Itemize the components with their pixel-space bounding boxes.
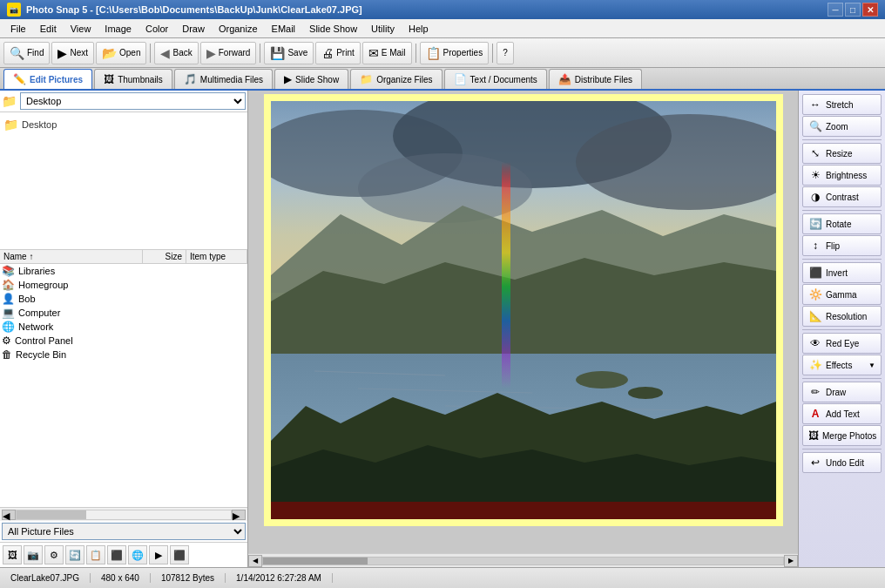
scroll-right-btn[interactable]: ▶	[232, 510, 246, 520]
gamma-icon: 🔆	[808, 288, 822, 301]
menu-draw[interactable]: Draw	[175, 22, 212, 36]
rotate-button[interactable]: 🔄 Rotate	[802, 213, 882, 234]
lt-btn-8[interactable]: ▶	[149, 545, 168, 564]
tab-multimedia[interactable]: 🎵Multimedia Files	[174, 69, 273, 89]
menu-help[interactable]: Help	[402, 22, 436, 36]
tree-item-homegroup[interactable]: 🏠Homegroup	[0, 278, 247, 292]
stretch-button[interactable]: ↔ Stretch	[802, 94, 882, 115]
tab-text[interactable]: 📄Text / Documents	[444, 69, 547, 89]
tree-item-network[interactable]: 🌐Network	[0, 320, 247, 334]
lt-btn-3[interactable]: ⚙	[44, 545, 64, 564]
undoedit-button[interactable]: ↩ Undo Edit	[802, 452, 882, 473]
status-filename: ClearLake07.JPG	[7, 573, 91, 583]
left-panel: 📁 Desktop My Documents My Computer 📁 Des…	[0, 91, 248, 567]
print-button[interactable]: 🖨Print	[315, 42, 361, 64]
left-toolbar: 🖼 📷 ⚙ 🔄 📋 ⬛ 🌐 ▶ ⬛	[0, 542, 247, 567]
image-scrollbar-h[interactable]: ◀ ▶	[248, 553, 798, 567]
tab-thumbnails[interactable]: 🖼Thumbnails	[94, 69, 172, 89]
next-button[interactable]: ▶Next	[51, 42, 94, 64]
tree-item-bob[interactable]: 👤Bob	[0, 292, 247, 306]
svg-point-10	[628, 387, 663, 399]
lt-btn-2[interactable]: 📷	[24, 545, 43, 564]
lt-btn-4[interactable]: 🔄	[65, 545, 84, 564]
toolbar: 🔍Find ▶Next 📂Open ◀Back ▶Forward 💾Save 🖨…	[0, 38, 885, 68]
column-header-name[interactable]: Name ↑	[0, 250, 143, 263]
contrast-button[interactable]: ◑ Contrast	[802, 186, 882, 207]
find-button[interactable]: 🔍Find	[3, 42, 50, 64]
toolbar-separator-3	[415, 44, 416, 63]
file-list: 📚Libraries 🏠Homegroup 👤Bob 💻Computer 🌐Ne…	[0, 264, 247, 507]
menu-edit[interactable]: Edit	[33, 22, 64, 36]
tree-item-libraries[interactable]: 📚Libraries	[0, 264, 247, 278]
lt-btn-5[interactable]: 📋	[86, 545, 105, 564]
forward-button[interactable]: ▶Forward	[200, 42, 257, 64]
center-panel: ◀ ▶	[248, 91, 798, 567]
zoom-button[interactable]: 🔍 Zoom	[802, 116, 882, 137]
tree-item-computer[interactable]: 💻Computer	[0, 306, 247, 320]
left-scrollbar[interactable]: ◀ ▶	[0, 507, 247, 521]
folder-dropdown[interactable]: Desktop My Documents My Computer	[20, 92, 246, 110]
addtext-button[interactable]: A Add Text	[802, 403, 882, 424]
svg-point-9	[576, 371, 628, 389]
gamma-button[interactable]: 🔆 Gamma	[802, 284, 882, 305]
redeye-button[interactable]: 👁 Red Eye	[802, 333, 882, 354]
img-scroll-left[interactable]: ◀	[248, 555, 262, 567]
file-filter-container: All Picture Files JPEG Files PNG Files B…	[0, 521, 247, 542]
svg-rect-11	[502, 162, 510, 389]
help-button[interactable]: ?	[497, 42, 514, 64]
lt-btn-1[interactable]: 🖼	[3, 545, 22, 564]
contrast-icon: ◑	[808, 191, 822, 203]
img-scroll-right[interactable]: ▶	[784, 555, 798, 567]
maximize-button[interactable]: □	[845, 3, 861, 17]
main-content: 📁 Desktop My Documents My Computer 📁 Des…	[0, 91, 885, 567]
properties-button[interactable]: 📋Properties	[420, 42, 490, 64]
column-header-item[interactable]: Item type	[186, 250, 247, 263]
img-scroll-track[interactable]	[262, 557, 784, 565]
lt-btn-6[interactable]: ⬛	[107, 545, 126, 564]
resolution-button[interactable]: 📐 Resolution	[802, 306, 882, 327]
menu-slideshow[interactable]: Slide Show	[302, 22, 364, 36]
email-button[interactable]: ✉E Mail	[362, 42, 412, 64]
minimize-button[interactable]: ─	[828, 3, 843, 17]
tab-edit-pictures[interactable]: ✏️Edit Pictures	[3, 69, 92, 89]
toolbar-separator-1	[150, 44, 151, 63]
invert-button[interactable]: ⬛ Invert	[802, 262, 882, 283]
effects-button[interactable]: ✨ Effects ▼	[802, 355, 882, 375]
file-filter-dropdown[interactable]: All Picture Files JPEG Files PNG Files B…	[2, 523, 246, 540]
scroll-thumb-h	[17, 510, 86, 519]
tab-organize[interactable]: 📁Organize Files	[350, 69, 442, 89]
menu-image[interactable]: Image	[98, 22, 138, 36]
zoom-icon: 🔍	[808, 120, 822, 132]
menu-organize[interactable]: Organize	[212, 22, 265, 36]
tab-slideshow[interactable]: ▶Slide Show	[274, 69, 348, 89]
back-button[interactable]: ◀Back	[154, 42, 198, 64]
close-button[interactable]: ✕	[862, 3, 878, 17]
title-bar: 📷 Photo Snap 5 - [C:\Users\Bob\Documents…	[0, 0, 885, 19]
menu-utility[interactable]: Utility	[364, 22, 402, 36]
scroll-track-h[interactable]	[16, 510, 232, 520]
photo-display	[271, 101, 776, 519]
status-bar: ClearLake07.JPG 480 x 640 107812 Bytes 1…	[0, 567, 885, 588]
open-button[interactable]: 📂Open	[96, 42, 146, 64]
edit-separator-6	[802, 449, 882, 449]
flip-button[interactable]: ↕ Flip	[802, 235, 882, 256]
redeye-icon: 👁	[808, 337, 822, 349]
resize-button[interactable]: ⤡ Resize	[802, 143, 882, 164]
menu-email[interactable]: EMail	[265, 22, 303, 36]
tree-item-controlpanel[interactable]: ⚙Control Panel	[0, 334, 247, 348]
lt-btn-7[interactable]: 🌐	[128, 545, 147, 564]
status-dimensions: 480 x 640	[91, 573, 151, 583]
img-scroll-thumb	[263, 558, 368, 564]
draw-button[interactable]: ✏ Draw	[802, 382, 882, 402]
save-button[interactable]: 💾Save	[264, 42, 314, 64]
menu-file[interactable]: File	[3, 22, 33, 36]
tab-distribute[interactable]: 📤Distribute Files	[549, 69, 642, 89]
mergephotos-button[interactable]: 🖼 Merge Photos	[802, 425, 882, 446]
lt-btn-9[interactable]: ⬛	[170, 545, 189, 564]
menu-color[interactable]: Color	[138, 22, 175, 36]
brightness-button[interactable]: ☀ Brightness	[802, 165, 882, 186]
tree-item-recyclebin[interactable]: 🗑Recycle Bin	[0, 348, 247, 362]
menu-view[interactable]: View	[64, 22, 98, 36]
scroll-left-btn[interactable]: ◀	[2, 510, 16, 520]
column-header-size[interactable]: Size	[143, 250, 186, 263]
